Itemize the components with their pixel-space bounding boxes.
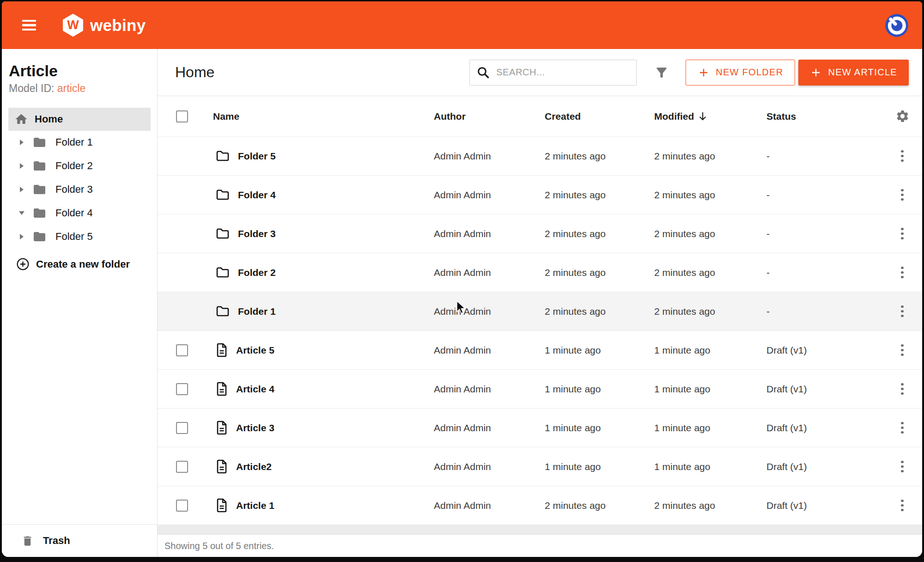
table-spacer (158, 525, 922, 534)
row-status: Draft (v1) (766, 422, 889, 434)
row-name-cell: Folder 3 (213, 227, 434, 240)
sidebar-folder-label: Folder 3 (55, 183, 93, 195)
row-name-label: Article 3 (236, 422, 274, 434)
kebab-menu-icon (898, 380, 906, 398)
trash-icon (21, 535, 34, 547)
table-row[interactable]: Article 4 Admin Admin 1 minute ago 1 min… (158, 370, 922, 409)
page-title: Home (175, 64, 214, 81)
new-article-label: NEW ARTICLE (828, 67, 897, 78)
row-author: Admin Admin (434, 345, 545, 356)
column-header-status[interactable]: Status (766, 111, 889, 122)
logo-letter: W (67, 18, 79, 32)
new-folder-button[interactable]: NEW FOLDER (686, 60, 795, 86)
entries-summary: Showing 5 out of 5 entries. (164, 541, 274, 551)
row-checkbox[interactable] (176, 383, 188, 395)
sidebar-folder-item[interactable]: Folder 1 (2, 131, 157, 154)
row-created: 1 minute ago (545, 461, 654, 472)
row-modified: 1 minute ago (654, 345, 766, 356)
row-author: Admin Admin (434, 189, 545, 201)
row-created: 2 minutes ago (545, 306, 654, 317)
folder-icon (32, 135, 47, 149)
row-actions-button[interactable] (889, 497, 915, 514)
column-header-name[interactable]: Name (213, 111, 434, 122)
row-checkbox[interactable] (176, 461, 188, 473)
row-checkbox[interactable] (176, 344, 188, 356)
row-status: Draft (v1) (766, 461, 889, 472)
filter-button[interactable] (654, 65, 669, 80)
sidebar-folder-item[interactable]: Folder 3 (2, 178, 157, 202)
folder-icon (32, 183, 47, 196)
row-name-label: Article 4 (236, 384, 274, 395)
folder-icon (216, 227, 230, 240)
kebab-menu-icon (898, 419, 906, 437)
sidebar-folder-item[interactable]: Folder 2 (2, 154, 157, 178)
row-actions-button[interactable] (889, 264, 915, 281)
table-row[interactable]: Article 1 Admin Admin 2 minutes ago 2 mi… (158, 486, 922, 525)
folder-tree: Home Folder 1 Folder 2 Folder 3 (2, 108, 157, 249)
row-created: 2 minutes ago (545, 500, 654, 511)
row-status: - (766, 306, 889, 317)
row-status: Draft (v1) (766, 384, 889, 395)
sidebar: Article Model ID: article Home Folder 1 (2, 49, 158, 557)
table-row[interactable]: Article2 Admin Admin 1 minute ago 1 minu… (158, 447, 922, 486)
caret-icon[interactable] (19, 163, 24, 169)
column-header-modified[interactable]: Modified (654, 110, 766, 122)
row-name-cell: Folder 1 (213, 305, 434, 318)
create-folder-label: Create a new folder (36, 258, 130, 270)
table-row[interactable]: Folder 1 Admin Admin 2 minutes ago 2 min… (158, 292, 922, 331)
table-body: Folder 5 Admin Admin 2 minutes ago 2 min… (158, 137, 922, 525)
row-actions-button[interactable] (889, 419, 915, 437)
row-name-label: Article2 (236, 461, 272, 472)
table-row[interactable]: Folder 2 Admin Admin 2 minutes ago 2 min… (158, 253, 922, 292)
row-checkbox[interactable] (176, 422, 188, 434)
row-status: - (766, 267, 889, 278)
row-author: Admin Admin (434, 422, 545, 434)
filter-icon (654, 65, 669, 80)
row-actions-button[interactable] (889, 186, 915, 204)
top-bar: W webiny (2, 1, 922, 49)
sidebar-item-home[interactable]: Home (8, 108, 151, 131)
row-actions-button[interactable] (889, 225, 915, 243)
search-input[interactable] (496, 67, 630, 78)
avatar-icon[interactable] (884, 13, 909, 38)
sidebar-folder-item[interactable]: Folder 5 (2, 225, 157, 249)
new-folder-label: NEW FOLDER (716, 67, 783, 78)
column-header-created[interactable]: Created (545, 111, 654, 122)
caret-icon[interactable] (19, 139, 24, 146)
table-row[interactable]: Folder 3 Admin Admin 2 minutes ago 2 min… (158, 214, 922, 253)
row-checkbox[interactable] (176, 500, 188, 512)
kebab-menu-icon (898, 225, 906, 243)
caret-icon[interactable] (19, 186, 24, 193)
folder-icon (32, 206, 47, 220)
column-header-author[interactable]: Author (434, 111, 545, 122)
caret-icon[interactable] (19, 233, 24, 240)
app-window: W webiny Article Model ID: article (2, 1, 922, 557)
sidebar-item-trash[interactable]: Trash (2, 524, 157, 557)
row-name-cell: Folder 4 (213, 189, 434, 201)
trash-label: Trash (43, 535, 70, 547)
table-row[interactable]: Folder 4 Admin Admin 2 minutes ago 2 min… (158, 176, 922, 214)
new-article-button[interactable]: NEW ARTICLE (798, 60, 909, 86)
table-footer: Showing 5 out of 5 entries. (158, 534, 922, 557)
caret-icon[interactable] (19, 210, 24, 216)
kebab-menu-icon (898, 342, 906, 359)
sidebar-folder-item[interactable]: Folder 4 (2, 202, 157, 225)
row-actions-button[interactable] (889, 458, 915, 476)
brand-wordmark: webiny (90, 16, 146, 35)
kebab-menu-icon (898, 303, 906, 320)
row-name-cell: Article 4 (213, 382, 434, 396)
create-folder-button[interactable]: Create a new folder (2, 253, 157, 276)
row-actions-button[interactable] (889, 147, 915, 165)
table-row[interactable]: Article 3 Admin Admin 1 minute ago 1 min… (158, 409, 922, 447)
row-actions-button[interactable] (889, 342, 915, 359)
table-settings-button[interactable] (889, 109, 915, 123)
folder-icon (216, 305, 230, 318)
table-row[interactable]: Folder 5 Admin Admin 2 minutes ago 2 min… (158, 137, 922, 176)
table-row[interactable]: Article 5 Admin Admin 1 minute ago 1 min… (158, 331, 922, 370)
hamburger-icon[interactable] (22, 20, 36, 31)
select-all-checkbox[interactable] (176, 110, 188, 122)
sidebar-folder-label: Folder 2 (55, 160, 93, 172)
row-actions-button[interactable] (889, 380, 915, 398)
row-actions-button[interactable] (889, 303, 915, 320)
row-name-label: Folder 1 (238, 306, 276, 317)
